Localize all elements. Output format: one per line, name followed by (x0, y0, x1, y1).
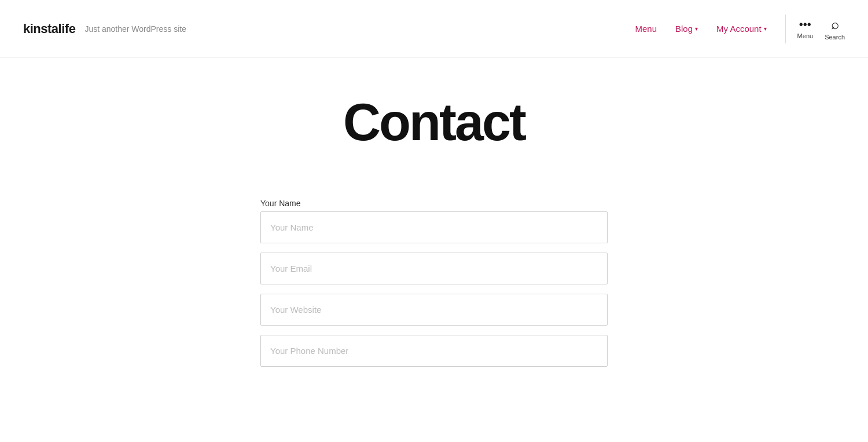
blog-chevron-icon: ▾ (695, 25, 698, 32)
contact-form: Your Name (260, 199, 608, 376)
email-input[interactable] (260, 253, 608, 284)
search-action[interactable]: ⌕ Search (825, 17, 845, 41)
nav-blog[interactable]: Blog ▾ (668, 19, 705, 38)
header-divider (785, 14, 786, 43)
my-account-chevron-icon: ▾ (764, 25, 767, 32)
name-label: Your Name (260, 199, 608, 208)
nav-menu[interactable]: Menu (628, 19, 664, 38)
website-input[interactable] (260, 294, 608, 326)
primary-nav: Menu Blog ▾ My Account ▾ (628, 19, 774, 38)
nav-my-account[interactable]: My Account ▾ (709, 19, 774, 38)
search-icon: ⌕ (831, 17, 839, 31)
name-form-group: Your Name (260, 199, 608, 243)
phone-input[interactable] (260, 335, 608, 367)
site-tagline: Just another WordPress site (84, 24, 186, 34)
main-content: Contact Your Name (0, 58, 868, 399)
website-form-group (260, 294, 608, 326)
page-title: Contact (343, 93, 525, 152)
site-header: kinstalife Just another WordPress site M… (0, 0, 868, 58)
email-form-group (260, 253, 608, 284)
menu-dots-icon: ••• (799, 19, 811, 30)
menu-action[interactable]: ••• Menu (797, 19, 814, 39)
site-title[interactable]: kinstalife (23, 21, 75, 36)
name-input[interactable] (260, 211, 608, 243)
header-actions: ••• Menu ⌕ Search (797, 17, 845, 41)
header-right: Menu Blog ▾ My Account ▾ ••• Menu ⌕ Sear… (628, 14, 845, 43)
header-left: kinstalife Just another WordPress site (23, 21, 186, 36)
phone-form-group (260, 335, 608, 367)
